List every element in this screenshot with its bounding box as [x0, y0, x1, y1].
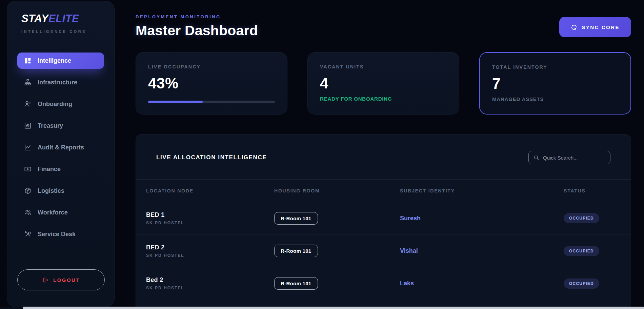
location-sub: SK PD HOSTEL [146, 286, 274, 290]
allocation-header: LIVE ALLOCATION INTELLIGENCE [136, 135, 631, 180]
sidebar-item-workforce[interactable]: Workforce [17, 204, 104, 221]
stat-subtext: READY FOR ONBOARDING [320, 96, 447, 102]
status-badge: OCCUPIED [564, 279, 599, 289]
logout-container: LOGOUT [17, 269, 104, 295]
subject-link[interactable]: Suresh [400, 215, 564, 222]
location-name: Bed 2 [146, 276, 274, 284]
page-header-titles: DEPLOYMENT MONITORING Master Dashboard [136, 14, 258, 39]
occupancy-progress-fill [148, 101, 203, 103]
logout-icon [42, 277, 48, 283]
room-cell: R-Room 101 [274, 277, 400, 290]
logo-accent: ELITE [48, 13, 79, 24]
sidebar-item-label: Logistics [38, 187, 64, 194]
stat-subtext: MANAGED ASSETS [492, 96, 618, 102]
banknote-icon [24, 165, 32, 173]
grid-icon [24, 57, 32, 64]
sidebar-item-label: Treasury [38, 122, 63, 129]
logo-primary: STAY [21, 13, 48, 24]
page-header: DEPLOYMENT MONITORING Master Dashboard S… [136, 14, 631, 39]
stat-label: TOTAL INVENTORY [492, 64, 618, 70]
location-name: BED 2 [146, 244, 274, 251]
table-row[interactable]: Bed 2 SK PD HOSTEL R-Room 101 Laks OCCUP… [136, 267, 631, 300]
search-input[interactable] [543, 155, 605, 161]
sidebar-item-treasury[interactable]: Treasury [17, 118, 104, 134]
column-header-location: LOCATION NODE [146, 188, 274, 193]
table-header-row: LOCATION NODE HOUSING ROOM SUBJECT IDENT… [136, 180, 631, 202]
stat-card-occupancy: LIVE OCCUPANCY 43% [136, 52, 287, 115]
sync-core-button[interactable]: SYNC CORE [559, 17, 631, 37]
sidebar-item-intelligence[interactable]: Intelligence [17, 53, 104, 69]
table-row[interactable]: BED 2 SK PD HOSTEL R-Room 101 Vishal OCC… [136, 234, 631, 267]
logout-label: LOGOUT [53, 277, 80, 283]
sidebar-item-label: Onboarding [38, 101, 72, 108]
column-header-room: HOUSING ROOM [274, 188, 400, 193]
location-cell: BED 1 SK PD HOSTEL [146, 211, 274, 225]
sidebar-item-label: Infrastructure [38, 79, 77, 86]
search-icon [534, 155, 539, 161]
location-cell: BED 2 SK PD HOSTEL [146, 244, 274, 258]
sidebar-item-label: Finance [38, 166, 61, 173]
stat-cards: LIVE OCCUPANCY 43% VACANT UNITS 4 READY … [136, 52, 631, 115]
subject-link[interactable]: Vishal [400, 247, 564, 254]
users-icon [24, 209, 32, 216]
stat-card-vacant: VACANT UNITS 4 READY FOR ONBOARDING [307, 52, 459, 115]
brand-logo: STAYELITE [17, 13, 104, 25]
stat-card-inventory: TOTAL INVENTORY 7 MANAGED ASSETS [479, 52, 631, 115]
quick-search[interactable] [528, 151, 610, 164]
room-cell: R-Room 101 [274, 212, 400, 225]
sidebar-item-onboarding[interactable]: Onboarding [17, 96, 104, 112]
sidebar-item-logistics[interactable]: Logistics [17, 183, 104, 199]
status-badge: OCCUPIED [564, 213, 599, 223]
sidebar-nav: Intelligence Infrastructure Onboarding T… [17, 53, 104, 242]
status-cell: OCCUPIED [564, 246, 621, 256]
location-cell: Bed 2 SK PD HOSTEL [146, 276, 274, 290]
status-badge: OCCUPIED [564, 246, 599, 256]
horizontal-scrollbar[interactable] [0, 307, 644, 309]
sidebar-item-finance[interactable]: Finance [17, 161, 104, 177]
column-header-subject: SUBJECT IDENTITY [400, 188, 564, 193]
sidebar-item-infrastructure[interactable]: Infrastructure [17, 74, 104, 90]
stat-label: VACANT UNITS [320, 64, 447, 69]
location-sub: SK PD HOSTEL [146, 253, 274, 258]
sync-icon [571, 24, 577, 30]
sidebar-item-label: Service Desk [38, 231, 76, 238]
room-badge: R-Room 101 [274, 212, 318, 225]
stat-value: 4 [320, 75, 447, 92]
location-name: BED 1 [146, 211, 274, 219]
main-content: DEPLOYMENT MONITORING Master Dashboard S… [136, 0, 631, 309]
status-cell: OCCUPIED [564, 213, 621, 223]
sidebar-item-label: Workforce [38, 209, 68, 216]
stat-label: LIVE OCCUPANCY [148, 64, 275, 69]
brand-tagline: INTELLIGENCE CORE [17, 29, 104, 34]
location-sub: SK PD HOSTEL [146, 221, 274, 225]
user-plus-icon [24, 100, 32, 108]
sync-label: SYNC CORE [582, 24, 620, 30]
room-badge: R-Room 101 [274, 277, 318, 290]
chart-line-icon [24, 144, 32, 151]
page-eyebrow: DEPLOYMENT MONITORING [136, 14, 258, 19]
table-row[interactable]: BED 1 SK PD HOSTEL R-Room 101 Suresh OCC… [136, 202, 631, 234]
room-cell: R-Room 101 [274, 245, 400, 257]
sidebar-item-service-desk[interactable]: Service Desk [17, 226, 104, 242]
room-badge: R-Room 101 [274, 245, 318, 257]
allocation-title: LIVE ALLOCATION INTELLIGENCE [156, 154, 267, 161]
status-cell: OCCUPIED [564, 279, 621, 289]
sitemap-icon [24, 79, 32, 86]
logout-button[interactable]: LOGOUT [17, 269, 105, 290]
tools-icon [24, 230, 32, 238]
allocation-panel: LIVE ALLOCATION INTELLIGENCE LOCATION NO… [136, 134, 631, 309]
stat-value: 43% [148, 75, 275, 92]
page-title: Master Dashboard [136, 23, 258, 39]
column-header-status: STATUS [564, 188, 621, 193]
sidebar-item-audit-reports[interactable]: Audit & Reports [17, 139, 104, 156]
subject-link[interactable]: Laks [400, 280, 564, 287]
package-icon [24, 187, 32, 194]
stat-value: 7 [492, 75, 618, 92]
sidebar: STAYELITE INTELLIGENCE CORE Intelligence… [7, 1, 115, 307]
sidebar-item-label: Intelligence [38, 57, 71, 64]
scrollbar-thumb[interactable] [23, 307, 644, 309]
occupancy-progress-track [148, 101, 275, 103]
sidebar-item-label: Audit & Reports [38, 144, 84, 151]
app-root: STAYELITE INTELLIGENCE CORE Intelligence… [0, 0, 644, 309]
vault-icon [24, 122, 32, 129]
